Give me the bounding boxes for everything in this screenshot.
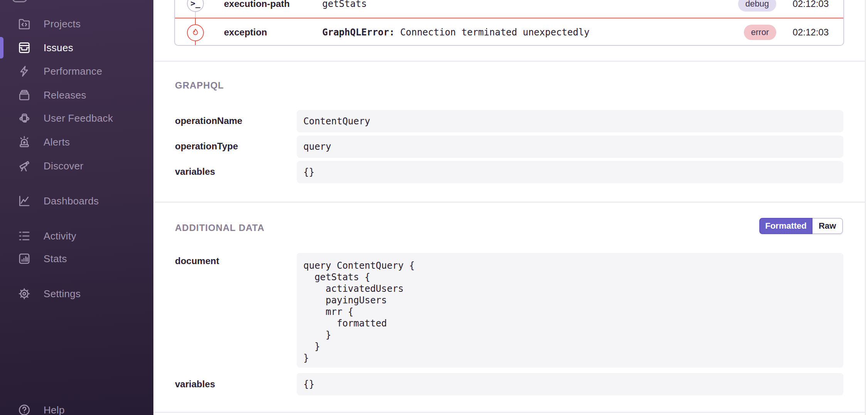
breadcrumb-row-execution-path: >_ execution-path getStats debug 02:12:0… [175, 0, 843, 18]
section-divider [153, 412, 865, 413]
sidebar-item-label: Projects [44, 18, 81, 30]
terminal-icon: >_ [187, 0, 204, 12]
sidebar-item-label: Discover [44, 160, 84, 172]
sidebar-item-label: Performance [44, 65, 102, 77]
key-variables-additional: variables [175, 379, 215, 390]
value-operation-type: query [297, 136, 843, 158]
sidebar-item-label: Help [44, 404, 65, 415]
graphql-section-heading: GRAPHQL [175, 80, 224, 91]
sidebar-item-releases[interactable]: Releases [0, 83, 153, 107]
section-divider [153, 61, 865, 62]
raw-toggle-button[interactable]: Raw [812, 218, 843, 234]
additional-data-section-heading: ADDITIONAL DATA [175, 223, 264, 233]
sidebar-item-label: Dashboards [44, 195, 99, 207]
releases-icon [17, 88, 32, 102]
sidebar-item-projects[interactable]: Projects [0, 12, 153, 36]
breadcrumb-row-exception: exception GraphQLError: Connection termi… [175, 18, 843, 46]
sidebar-nav: Projects Issues Performance Releases Use… [0, 0, 153, 415]
section-divider [153, 202, 865, 202]
sidebar-item-alerts[interactable]: Alerts [0, 130, 153, 154]
graphql-query-code: query ContentQuery { getStats { activate… [303, 260, 837, 364]
sidebar-item-discover[interactable]: Discover [0, 154, 153, 178]
sidebar-item-issues[interactable]: Issues [0, 36, 153, 60]
projects-icon [17, 17, 32, 31]
sidebar-item-dashboards[interactable]: Dashboards [0, 189, 153, 213]
alerts-icon [17, 135, 32, 149]
timeline-connector-red [195, 41, 196, 46]
fire-icon [187, 24, 204, 41]
key-document: document [175, 256, 219, 266]
sidebar-item-label: Releases [44, 89, 86, 101]
sidebar-item-settings[interactable]: Settings [0, 282, 153, 306]
error-message-text: Connection terminated unexpectedly [400, 27, 589, 38]
sidebar-item-stats[interactable]: Stats [0, 247, 153, 271]
dashboards-icon [17, 194, 32, 208]
level-badge-error: error [744, 25, 776, 40]
breadcrumb-time: 02:12:03 [790, 0, 829, 9]
sidebar-item-label: Stats [44, 253, 67, 265]
value-operation-name: ContentQuery [297, 110, 843, 132]
key-operation-name: operationName [175, 115, 242, 126]
error-type-text: GraphQLError: [322, 27, 395, 38]
event-detail-main: >_ execution-path getStats debug 02:12:0… [153, 0, 868, 415]
sidebar-item-performance[interactable]: Performance [0, 59, 153, 83]
value-variables-additional: {} [297, 373, 843, 395]
timeline-connector [195, 12, 196, 18]
breadcrumb-message: getStats [322, 0, 738, 9]
format-toggle-group: Formatted Raw [759, 218, 843, 234]
sidebar-item-activity[interactable]: Activity [0, 224, 153, 248]
sidebar-item-help[interactable]: Help [0, 398, 153, 415]
settings-gear-icon [17, 286, 32, 301]
value-document-code-block: query ContentQuery { getStats { activate… [297, 253, 843, 368]
stats-icon [17, 251, 32, 266]
formatted-toggle-button[interactable]: Formatted [759, 218, 812, 234]
sidebar-item-label: Settings [44, 288, 81, 300]
sidebar-item-label: Alerts [44, 136, 70, 148]
breadcrumb-time: 02:12:03 [790, 27, 829, 38]
breadcrumbs-panel: >_ execution-path getStats debug 02:12:0… [174, 0, 844, 46]
help-icon [17, 403, 32, 415]
issues-icon [17, 40, 32, 55]
user-feedback-icon [17, 111, 32, 126]
discover-icon [17, 159, 32, 173]
sidebar-item-label: User Feedback [44, 112, 113, 124]
sidebar-top-partial-icon [12, 0, 27, 2]
sidebar-item-label: Activity [44, 230, 76, 242]
activity-icon [17, 229, 32, 243]
value-variables: {} [297, 161, 843, 183]
key-operation-type: operationType [175, 141, 238, 152]
breadcrumb-category: exception [224, 27, 322, 38]
breadcrumb-message: GraphQLError: Connection terminated unex… [322, 27, 744, 38]
sidebar-item-user-feedback[interactable]: User Feedback [0, 106, 153, 130]
content-right-border [865, 0, 866, 415]
level-badge-debug: debug [738, 0, 776, 12]
performance-icon [17, 64, 32, 79]
breadcrumb-category: execution-path [224, 0, 322, 9]
sidebar-item-label: Issues [44, 42, 73, 54]
key-variables: variables [175, 166, 215, 177]
